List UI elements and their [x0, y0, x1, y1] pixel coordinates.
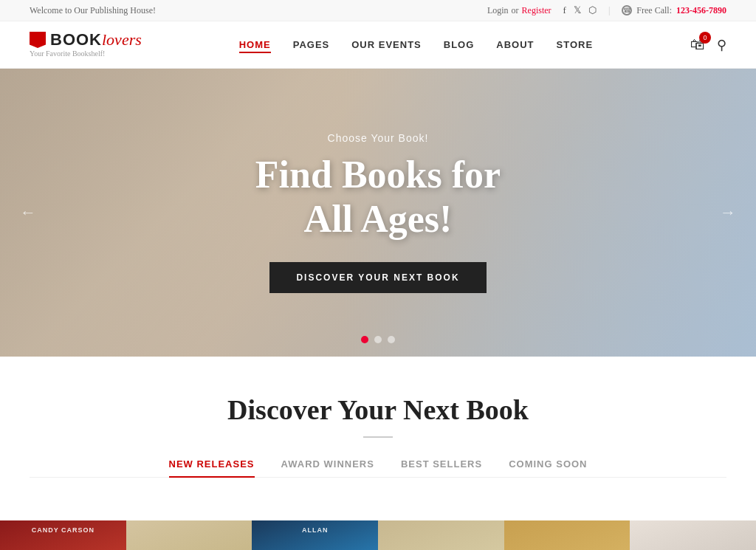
logo[interactable]: BOOKlovers Your Favorite Bookshelf!: [30, 32, 142, 58]
twitter-icon[interactable]: 𝕏: [574, 4, 581, 16]
hero-section: ← Choose Your Book! Find Books forAll Ag…: [0, 69, 756, 357]
or-text: or: [512, 5, 519, 16]
discover-section: Discover Your Next Book NEW RELEASES AWA…: [0, 357, 756, 520]
logo-book: BOOK: [50, 30, 102, 49]
hero-prev-button[interactable]: ←: [15, 199, 41, 226]
nav-pages[interactable]: PAGES: [293, 39, 330, 50]
nav-blog[interactable]: BLOG: [444, 39, 475, 50]
book-tabs: NEW RELEASES AWARD WINNERS BEST SELLERS …: [30, 458, 726, 478]
phone-area: ☎ Free Call: 123-456-7890: [622, 5, 726, 16]
search-button[interactable]: ⚲: [717, 37, 726, 53]
hero-title: Find Books forAll Ages!: [255, 153, 501, 241]
logo-icon: [30, 32, 46, 48]
hero-dots: [361, 336, 395, 343]
hero-dot-1[interactable]: [361, 336, 368, 343]
hero-dot-2[interactable]: [374, 336, 382, 343]
header: BOOKlovers Your Favorite Bookshelf! HOME…: [0, 21, 756, 69]
nav-store[interactable]: STORE: [557, 39, 594, 50]
book-card-1[interactable]: CANDY CARSON: [0, 520, 126, 550]
logo-text: BOOKlovers: [50, 32, 142, 48]
top-bar-right: Login or Register f 𝕏 ⬡ | ☎ Free Call: 1…: [487, 4, 726, 16]
register-link[interactable]: Register: [522, 5, 551, 16]
nav-home[interactable]: HOME: [239, 39, 271, 50]
book-author-1: CANDY CARSON: [0, 526, 126, 534]
discover-title: Discover Your Next Book: [30, 393, 726, 426]
instagram-icon[interactable]: ⬡: [588, 4, 597, 16]
phone-number[interactable]: 123-456-7890: [676, 5, 726, 16]
discover-divider: [363, 436, 393, 438]
arrow-right-icon: →: [720, 203, 736, 222]
tab-coming-soon[interactable]: COMING SOON: [509, 458, 587, 477]
hero-cta-button[interactable]: DISCOVER YOUR NEXT BOOK: [269, 262, 486, 293]
top-bar: Welcome to Our Publishing House! Login o…: [0, 0, 756, 21]
facebook-icon[interactable]: f: [563, 4, 566, 16]
book-card-2[interactable]: [126, 520, 252, 550]
logo-lovers: lovers: [102, 30, 142, 49]
tab-new-releases[interactable]: NEW RELEASES: [169, 458, 255, 477]
arrow-left-icon: ←: [20, 203, 36, 222]
social-icons: f 𝕏 ⬡: [563, 4, 597, 16]
book-card-5[interactable]: [504, 520, 630, 550]
tab-best-sellers[interactable]: BEST SELLERS: [401, 458, 482, 477]
header-actions: 🛍 0 ⚲: [690, 36, 726, 53]
free-call-label: Free Call:: [636, 5, 672, 16]
welcome-text: Welcome to Our Publishing House!: [30, 5, 156, 16]
login-link[interactable]: Login: [487, 5, 509, 16]
book-grid: CANDY CARSON ALLAN FLIRT: [0, 520, 756, 550]
auth-links: Login or Register: [487, 5, 551, 16]
nav-events[interactable]: OUR EVENTS: [351, 39, 422, 50]
cart-button[interactable]: 🛍 0: [690, 36, 705, 53]
hero-next-button[interactable]: →: [715, 199, 741, 226]
phone-icon: ☎: [622, 5, 632, 16]
hero-dot-3[interactable]: [388, 336, 395, 343]
search-icon: ⚲: [717, 38, 726, 52]
logo-sub: Your Favorite Bookshelf!: [30, 49, 105, 58]
nav-about[interactable]: ABOUT: [496, 39, 534, 50]
cart-badge: 0: [699, 32, 711, 44]
book-card-6[interactable]: FLIRT: [630, 520, 756, 550]
divider: |: [608, 5, 610, 16]
hero-content: Choose Your Book! Find Books forAll Ages…: [255, 132, 501, 293]
book-card-4[interactable]: [378, 520, 504, 550]
main-nav: HOME PAGES OUR EVENTS BLOG ABOUT STORE: [239, 39, 593, 50]
book-author-3: ALLAN: [252, 526, 378, 534]
tab-award-winners[interactable]: AWARD WINNERS: [281, 458, 374, 477]
book-card-3[interactable]: ALLAN: [252, 520, 378, 550]
hero-subtitle: Choose Your Book!: [255, 132, 501, 144]
